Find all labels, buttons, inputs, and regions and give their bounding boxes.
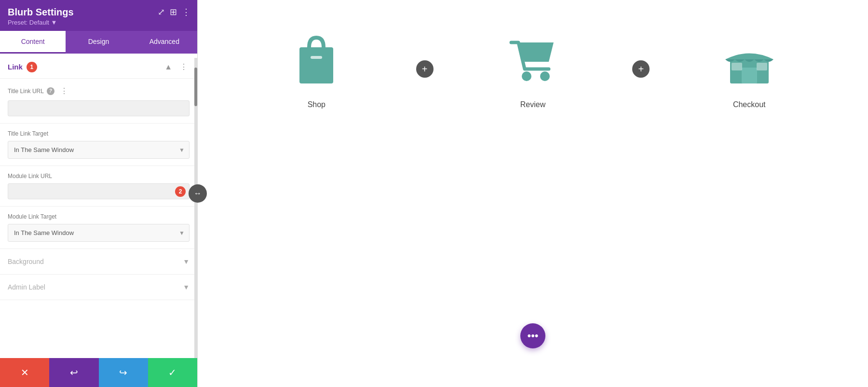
svg-point-2 <box>522 71 531 81</box>
title-link-target-select[interactable]: In The Same Window In A New Tab <box>8 141 190 159</box>
plus-icon-2: + <box>638 64 644 75</box>
svg-point-3 <box>540 71 550 81</box>
tab-content[interactable]: Content <box>0 31 66 54</box>
title-link-target-wrapper: In The Same Window In A New Tab ▼ <box>8 141 190 159</box>
admin-label-collapse-header[interactable]: Admin Label ▼ <box>0 275 197 300</box>
module-link-url-label: Module Link URL <box>8 173 190 180</box>
undo-icon: ↩ <box>70 367 78 378</box>
link-more-btn[interactable]: ⋮ <box>178 61 190 72</box>
link-label: Link <box>8 63 23 71</box>
fab-button[interactable]: ••• <box>520 323 545 348</box>
title-link-url-input[interactable] <box>8 100 190 116</box>
canvas-item-checkout: Checkout <box>650 19 849 119</box>
tab-design[interactable]: Design <box>66 31 131 54</box>
redo-icon: ↪ <box>119 367 127 378</box>
title-link-target-label: Title Link Target <box>8 130 190 137</box>
svg-rect-5 <box>742 68 757 83</box>
background-title: Background <box>8 258 44 265</box>
background-chevron-icon: ▼ <box>183 258 190 265</box>
sidebar-content: Link 1 ▲ ⋮ Title Link URL ? ⋮ Title Link… <box>0 54 197 358</box>
cancel-icon: ✕ <box>21 367 29 378</box>
module-link-target-label: Module Link Target <box>8 213 190 220</box>
svg-rect-6 <box>732 63 742 70</box>
svg-rect-7 <box>757 63 767 70</box>
more-vert-icon[interactable]: ⋮ <box>182 7 190 17</box>
link-badge: 1 <box>27 62 37 72</box>
title-link-target-group: Title Link Target In The Same Window In … <box>0 124 197 166</box>
module-link-url-field-wrapper: 2 <box>8 183 190 199</box>
sidebar-scrollbar <box>194 58 197 358</box>
sidebar-preset[interactable]: Preset: Default ▼ <box>8 19 190 26</box>
save-button[interactable]: ✓ <box>148 358 197 387</box>
module-link-url-input[interactable] <box>8 183 190 199</box>
module-link-target-wrapper: In The Same Window In A New Tab ▼ <box>8 224 190 242</box>
sidebar-bottom: ✕ ↩ ↪ ✓ <box>0 358 197 387</box>
canvas-item-review: Review <box>434 19 633 119</box>
columns-icon[interactable]: ⊞ <box>170 7 177 17</box>
background-section: Background ▼ <box>0 249 197 275</box>
review-icon <box>504 29 562 92</box>
checkout-label: Checkout <box>733 100 766 109</box>
save-icon: ✓ <box>168 367 176 378</box>
svg-rect-1 <box>311 56 322 59</box>
module-link-target-select[interactable]: In The Same Window In A New Tab <box>8 224 190 242</box>
sidebar: Blurb Settings Preset: Default ▼ ⤢ ⊞ ⋮ C… <box>0 0 198 387</box>
checkout-icon <box>720 29 778 92</box>
module-link-url-group: Module Link URL 2 <box>0 166 197 207</box>
title-link-url-label: Title Link URL ? ⋮ <box>8 85 190 97</box>
canvas-item-shop: Shop <box>217 19 416 119</box>
link-section-header: Link 1 ▲ ⋮ <box>0 54 197 79</box>
plus-icon-1: + <box>422 64 428 75</box>
module-link-target-group: Module Link Target In The Same Window In… <box>0 207 197 249</box>
undo-button[interactable]: ↩ <box>49 358 98 387</box>
svg-rect-0 <box>299 47 333 83</box>
drag-handle-icon: ↔ <box>194 189 202 198</box>
sidebar-header: Blurb Settings Preset: Default ▼ ⤢ ⊞ ⋮ <box>0 0 197 31</box>
admin-label-chevron-icon: ▼ <box>183 283 190 291</box>
add-between-review-checkout[interactable]: + <box>632 60 650 78</box>
title-link-url-help-icon[interactable]: ? <box>47 87 54 95</box>
add-between-shop-review[interactable]: + <box>416 60 434 78</box>
module-link-url-badge: 2 <box>175 186 186 197</box>
sidebar-scrollbar-thumb <box>194 68 197 106</box>
canvas-items: Shop + Review + <box>198 19 868 119</box>
background-collapse-header[interactable]: Background ▼ <box>0 249 197 274</box>
sidebar-tabs: Content Design Advanced <box>0 31 197 54</box>
review-label: Review <box>520 100 545 109</box>
main-canvas: Shop + Review + <box>198 0 868 387</box>
link-section-actions: ▲ ⋮ <box>163 61 190 72</box>
cancel-button[interactable]: ✕ <box>0 358 49 387</box>
expand-icon[interactable]: ⤢ <box>158 7 165 17</box>
title-link-url-more-btn[interactable]: ⋮ <box>58 85 70 97</box>
title-link-url-group: Title Link URL ? ⋮ <box>0 79 197 124</box>
drag-handle[interactable]: ↔ <box>189 184 207 203</box>
admin-label-title: Admin Label <box>8 283 45 291</box>
shop-label: Shop <box>308 100 326 109</box>
fab-more-icon: ••• <box>527 330 538 342</box>
tab-advanced[interactable]: Advanced <box>132 31 197 54</box>
redo-button[interactable]: ↪ <box>99 358 148 387</box>
header-icons: ⤢ ⊞ ⋮ <box>158 7 190 17</box>
shop-icon <box>287 29 345 92</box>
admin-label-section: Admin Label ▼ <box>0 275 197 300</box>
link-collapse-btn[interactable]: ▲ <box>163 62 174 72</box>
link-section-title: Link 1 <box>8 62 37 72</box>
